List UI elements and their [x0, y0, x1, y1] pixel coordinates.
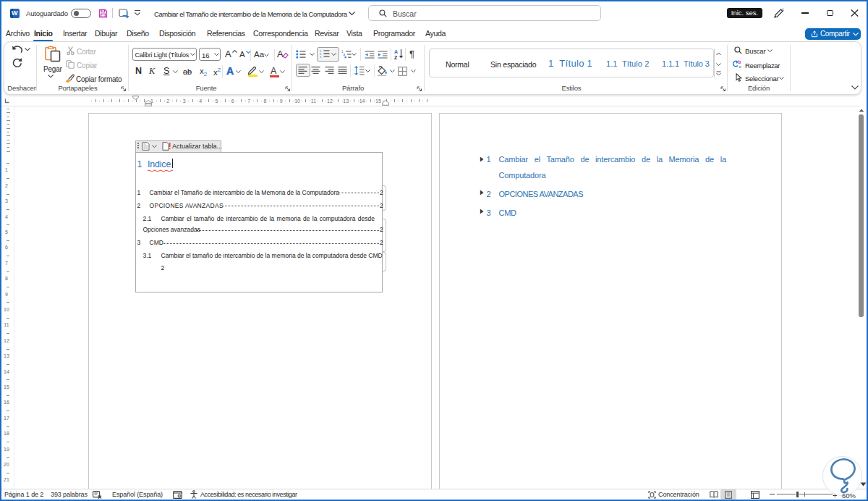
- svg-text:Z: Z: [394, 55, 398, 60]
- svg-text:c: c: [739, 64, 742, 69]
- svg-text:b: b: [738, 59, 741, 64]
- svg-text:A: A: [394, 49, 398, 54]
- svg-text:a: a: [344, 53, 346, 56]
- svg-text:3: 3: [320, 55, 322, 58]
